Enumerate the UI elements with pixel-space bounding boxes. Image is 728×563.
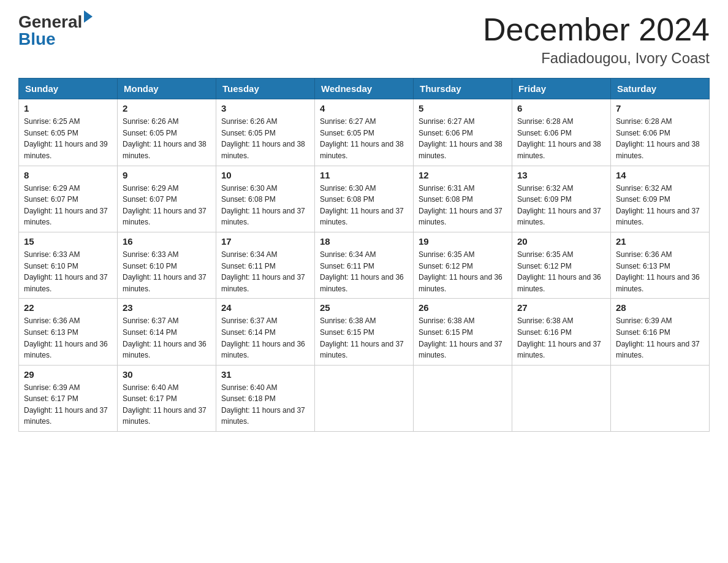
day-info: Sunrise: 6:33 AMSunset: 6:10 PMDaylight:… (24, 249, 112, 294)
calendar-week-row: 29Sunrise: 6:39 AMSunset: 6:17 PMDayligh… (19, 365, 710, 431)
day-info: Sunrise: 6:27 AMSunset: 6:06 PMDaylight:… (419, 116, 507, 161)
day-info: Sunrise: 6:35 AMSunset: 6:12 PMDaylight:… (419, 249, 507, 294)
day-number: 2 (123, 103, 211, 113)
day-info: Sunrise: 6:30 AMSunset: 6:08 PMDaylight:… (320, 183, 408, 228)
day-info: Sunrise: 6:36 AMSunset: 6:13 PMDaylight:… (24, 315, 112, 361)
calendar-cell: 11Sunrise: 6:30 AMSunset: 6:08 PMDayligh… (315, 166, 414, 232)
day-number: 21 (616, 236, 704, 247)
day-info: Sunrise: 6:26 AMSunset: 6:05 PMDaylight:… (123, 116, 211, 161)
day-info: Sunrise: 6:35 AMSunset: 6:12 PMDaylight:… (517, 249, 605, 294)
day-info: Sunrise: 6:40 AMSunset: 6:18 PMDaylight:… (221, 382, 309, 427)
day-number: 20 (517, 236, 605, 247)
day-info: Sunrise: 6:31 AMSunset: 6:08 PMDaylight:… (419, 183, 507, 228)
day-info: Sunrise: 6:34 AMSunset: 6:11 PMDaylight:… (320, 249, 408, 294)
day-info: Sunrise: 6:27 AMSunset: 6:05 PMDaylight:… (320, 116, 408, 161)
day-number: 30 (123, 369, 211, 380)
day-info: Sunrise: 6:26 AMSunset: 6:05 PMDaylight:… (221, 116, 309, 161)
day-info: Sunrise: 6:32 AMSunset: 6:09 PMDaylight:… (517, 183, 605, 228)
calendar-cell: 8Sunrise: 6:29 AMSunset: 6:07 PMDaylight… (19, 166, 118, 232)
header-cell-wednesday: Wednesday (315, 79, 414, 99)
calendar-cell: 26Sunrise: 6:38 AMSunset: 6:15 PMDayligh… (414, 299, 512, 365)
day-number: 28 (616, 302, 704, 313)
day-number: 23 (123, 302, 211, 313)
calendar-cell: 30Sunrise: 6:40 AMSunset: 6:17 PMDayligh… (118, 365, 216, 431)
day-info: Sunrise: 6:28 AMSunset: 6:06 PMDaylight:… (517, 116, 605, 161)
calendar-cell: 3Sunrise: 6:26 AMSunset: 6:05 PMDaylight… (216, 99, 315, 166)
calendar-cell: 1Sunrise: 6:25 AMSunset: 6:05 PMDaylight… (19, 99, 118, 166)
calendar-week-row: 8Sunrise: 6:29 AMSunset: 6:07 PMDaylight… (19, 166, 710, 232)
logo: General Blue (18, 12, 93, 49)
day-number: 9 (123, 170, 211, 180)
day-number: 14 (616, 170, 704, 180)
calendar-cell: 9Sunrise: 6:29 AMSunset: 6:07 PMDaylight… (118, 166, 216, 232)
calendar-cell (611, 365, 710, 431)
calendar-cell: 10Sunrise: 6:30 AMSunset: 6:08 PMDayligh… (216, 166, 315, 232)
header-cell-thursday: Thursday (414, 79, 512, 99)
calendar-cell: 2Sunrise: 6:26 AMSunset: 6:05 PMDaylight… (118, 99, 216, 166)
day-number: 8 (24, 170, 112, 180)
day-info: Sunrise: 6:25 AMSunset: 6:05 PMDaylight:… (24, 116, 112, 161)
day-number: 26 (419, 302, 507, 313)
calendar-cell: 12Sunrise: 6:31 AMSunset: 6:08 PMDayligh… (414, 166, 512, 232)
day-number: 6 (517, 103, 605, 113)
day-info: Sunrise: 6:38 AMSunset: 6:15 PMDaylight:… (320, 315, 408, 361)
day-number: 5 (419, 103, 507, 113)
calendar-cell: 28Sunrise: 6:39 AMSunset: 6:16 PMDayligh… (611, 299, 710, 365)
calendar-cell: 29Sunrise: 6:39 AMSunset: 6:17 PMDayligh… (19, 365, 118, 431)
header-cell-sunday: Sunday (19, 79, 118, 99)
day-number: 12 (419, 170, 507, 180)
calendar-cell: 15Sunrise: 6:33 AMSunset: 6:10 PMDayligh… (19, 232, 118, 298)
day-info: Sunrise: 6:32 AMSunset: 6:09 PMDaylight:… (616, 183, 704, 228)
calendar-cell (512, 365, 611, 431)
day-number: 17 (221, 236, 309, 247)
calendar-cell: 31Sunrise: 6:40 AMSunset: 6:18 PMDayligh… (216, 365, 315, 431)
header-cell-monday: Monday (118, 79, 216, 99)
day-info: Sunrise: 6:37 AMSunset: 6:14 PMDaylight:… (123, 315, 211, 361)
calendar-cell: 17Sunrise: 6:34 AMSunset: 6:11 PMDayligh… (216, 232, 315, 298)
header-cell-friday: Friday (512, 79, 611, 99)
calendar-cell: 18Sunrise: 6:34 AMSunset: 6:11 PMDayligh… (315, 232, 414, 298)
calendar-week-row: 15Sunrise: 6:33 AMSunset: 6:10 PMDayligh… (19, 232, 710, 298)
header-cell-tuesday: Tuesday (216, 79, 315, 99)
day-info: Sunrise: 6:40 AMSunset: 6:17 PMDaylight:… (123, 382, 211, 427)
day-info: Sunrise: 6:39 AMSunset: 6:17 PMDaylight:… (24, 382, 112, 427)
calendar-cell: 4Sunrise: 6:27 AMSunset: 6:05 PMDaylight… (315, 99, 414, 166)
calendar-cell: 6Sunrise: 6:28 AMSunset: 6:06 PMDaylight… (512, 99, 611, 166)
day-info: Sunrise: 6:30 AMSunset: 6:08 PMDaylight:… (221, 183, 309, 228)
calendar-cell (315, 365, 414, 431)
day-number: 22 (24, 302, 112, 313)
calendar-body: 1Sunrise: 6:25 AMSunset: 6:05 PMDaylight… (19, 99, 710, 432)
day-info: Sunrise: 6:29 AMSunset: 6:07 PMDaylight:… (24, 183, 112, 228)
day-number: 13 (517, 170, 605, 180)
header-cell-saturday: Saturday (611, 79, 710, 99)
day-number: 24 (221, 302, 309, 313)
day-number: 16 (123, 236, 211, 247)
calendar-cell: 19Sunrise: 6:35 AMSunset: 6:12 PMDayligh… (414, 232, 512, 298)
page-title: December 2024 (483, 12, 710, 47)
calendar-cell: 14Sunrise: 6:32 AMSunset: 6:09 PMDayligh… (611, 166, 710, 232)
calendar-cell: 16Sunrise: 6:33 AMSunset: 6:10 PMDayligh… (118, 232, 216, 298)
day-number: 18 (320, 236, 408, 247)
day-number: 11 (320, 170, 408, 180)
logo-arrow-icon (84, 10, 93, 23)
day-info: Sunrise: 6:39 AMSunset: 6:16 PMDaylight:… (616, 315, 704, 361)
title-area: December 2024 Fadiadougou, Ivory Coast (483, 12, 710, 67)
calendar-cell: 13Sunrise: 6:32 AMSunset: 6:09 PMDayligh… (512, 166, 611, 232)
logo-blue-text: Blue (18, 29, 93, 49)
day-number: 15 (24, 236, 112, 247)
calendar-cell: 20Sunrise: 6:35 AMSunset: 6:12 PMDayligh… (512, 232, 611, 298)
day-number: 4 (320, 103, 408, 113)
day-number: 19 (419, 236, 507, 247)
day-number: 10 (221, 170, 309, 180)
calendar-cell: 21Sunrise: 6:36 AMSunset: 6:13 PMDayligh… (611, 232, 710, 298)
day-number: 31 (221, 369, 309, 380)
calendar-cell: 25Sunrise: 6:38 AMSunset: 6:15 PMDayligh… (315, 299, 414, 365)
day-info: Sunrise: 6:38 AMSunset: 6:15 PMDaylight:… (419, 315, 507, 361)
page-subtitle: Fadiadougou, Ivory Coast (483, 50, 710, 67)
calendar-header: SundayMondayTuesdayWednesdayThursdayFrid… (19, 79, 710, 99)
day-number: 25 (320, 302, 408, 313)
day-info: Sunrise: 6:33 AMSunset: 6:10 PMDaylight:… (123, 249, 211, 294)
calendar-cell: 7Sunrise: 6:28 AMSunset: 6:06 PMDaylight… (611, 99, 710, 166)
day-number: 3 (221, 103, 309, 113)
day-info: Sunrise: 6:37 AMSunset: 6:14 PMDaylight:… (221, 315, 309, 361)
